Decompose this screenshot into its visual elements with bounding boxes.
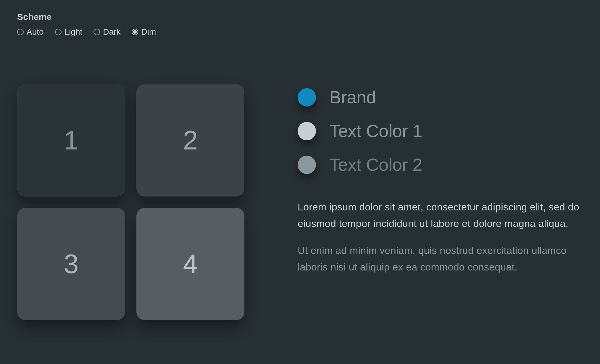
scheme-title: Scheme xyxy=(17,12,583,22)
swatch-card-3: 3 xyxy=(17,208,125,320)
paragraph-block: Lorem ipsum dolor sit amet, consectetur … xyxy=(298,199,583,275)
scheme-radio-light[interactable]: Light xyxy=(55,27,83,37)
color-row-text1: Text Color 1 xyxy=(298,121,583,141)
brand-color-dot xyxy=(298,88,316,107)
color-row-brand: Brand xyxy=(298,87,583,107)
scheme-radio-dim[interactable]: Dim xyxy=(132,27,156,37)
color-row-text2: Text Color 2 xyxy=(298,154,583,175)
scheme-radio-dark[interactable]: Dark xyxy=(93,27,120,37)
swatch-card-4: 4 xyxy=(136,208,244,320)
swatch-label: 2 xyxy=(183,125,198,156)
scheme-options: Auto Light Dark Dim xyxy=(17,27,583,37)
content-row: 1 2 3 4 Brand Text Color 1 Te xyxy=(17,84,583,320)
swatch-label: 1 xyxy=(64,125,78,156)
text2-color-label: Text Color 2 xyxy=(329,154,422,175)
radio-label: Light xyxy=(64,27,83,37)
swatch-grid: 1 2 3 4 xyxy=(17,84,244,320)
radio-icon xyxy=(93,29,100,35)
swatch-card-2: 2 xyxy=(136,84,244,197)
radio-label: Auto xyxy=(27,27,44,37)
scheme-radio-auto[interactable]: Auto xyxy=(17,27,44,37)
radio-icon xyxy=(55,29,62,35)
text1-color-label: Text Color 1 xyxy=(329,121,422,141)
text2-color-dot xyxy=(298,156,316,174)
radio-label: Dim xyxy=(141,27,156,37)
swatch-label: 3 xyxy=(64,249,78,279)
app-root: Scheme Auto Light Dark Dim 1 2 xyxy=(0,0,600,332)
radio-icon xyxy=(17,29,24,35)
radio-label: Dark xyxy=(103,27,120,37)
paragraph-1: Lorem ipsum dolor sit amet, consectetur … xyxy=(298,199,583,232)
text1-color-dot xyxy=(298,122,316,140)
right-column: Brand Text Color 1 Text Color 2 Lorem ip… xyxy=(298,84,583,320)
swatch-label: 4 xyxy=(183,249,198,279)
paragraph-2: Ut enim ad minim veniam, quis nostrud ex… xyxy=(298,242,583,275)
radio-dot-icon xyxy=(133,30,137,34)
swatch-card-1: 1 xyxy=(17,84,125,197)
radio-icon-selected xyxy=(132,29,138,35)
brand-color-label: Brand xyxy=(329,87,376,107)
